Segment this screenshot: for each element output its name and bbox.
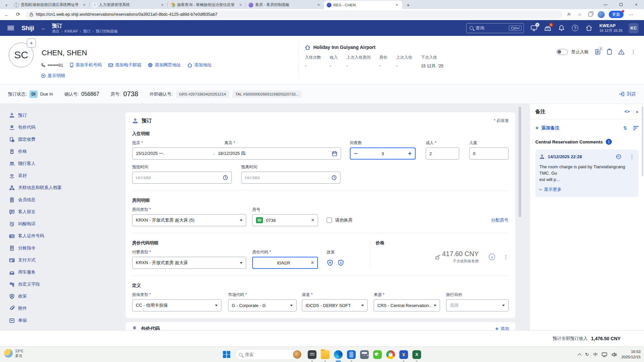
tab-search-button[interactable]: ∨: [2, 1, 11, 9]
property-block[interactable]: KWEAP 15 12月 16:25: [599, 23, 623, 33]
children-input[interactable]: 0: [469, 147, 508, 160]
search-field[interactable]: [476, 25, 509, 31]
add-note-button[interactable]: +添加备注: [535, 125, 559, 131]
read-aloud-icon[interactable]: A⁾: [566, 11, 572, 18]
clipboard-icon[interactable]: [607, 49, 612, 55]
taskbar-weather-widget[interactable]: 13°C 多云: [4, 349, 23, 358]
external-ref-grs[interactable]: GRS #20733634|20251214: [176, 90, 229, 98]
browser-tab-active[interactable]: RES - CHEN ×: [324, 1, 402, 9]
collections-icon[interactable]: [587, 11, 594, 18]
alert-triangle-icon[interactable]: [618, 49, 625, 55]
window-minimize-button[interactable]: —: [598, 0, 613, 9]
etd-input[interactable]: [241, 172, 340, 184]
add-guest-photo-button[interactable]: +: [27, 39, 36, 48]
sidebar-item-package-code[interactable]: 包价代码: [0, 121, 101, 133]
eta-input[interactable]: [132, 172, 232, 184]
notes-scrollbar[interactable]: [642, 106, 643, 176]
browser-refresh-button[interactable]: ⟳: [13, 10, 23, 19]
tray-expand-icon[interactable]: [578, 353, 581, 357]
taskbar-app-finance[interactable]: ¥: [399, 350, 408, 359]
add-web-link[interactable]: 添加网页地址: [148, 62, 181, 68]
taskbar-app-file-explorer[interactable]: [321, 350, 330, 359]
rate-info-icon[interactable]: i: [489, 254, 495, 260]
adults-input[interactable]: 2: [426, 147, 459, 160]
tray-volume-icon[interactable]: [611, 352, 617, 357]
tab-close-icon[interactable]: ×: [316, 2, 321, 8]
taskbar-app-calculator[interactable]: [360, 350, 369, 359]
hamburger-menu-icon[interactable]: [7, 26, 14, 31]
sort-notes-icon[interactable]: ⇅: [623, 125, 627, 131]
sidebar-item-payment-methods[interactable]: 支付方式: [0, 254, 101, 266]
taskbar-search[interactable]: [235, 349, 304, 360]
help-icon[interactable]: ?: [572, 24, 579, 32]
note-more-menu-icon[interactable]: ⋮: [629, 154, 635, 160]
add-mobile-link[interactable]: 添加手机号码: [70, 62, 102, 68]
breadcrumb-reservation[interactable]: 预订: [83, 29, 91, 34]
new-tab-button[interactable]: +: [404, 1, 412, 9]
sidebar-item-transport[interactable]: 用车服务: [0, 266, 101, 278]
sidebar-item-wakeup-call[interactable]: 叫醒电话: [0, 218, 101, 230]
guest-more-menu-icon[interactable]: ⋮: [631, 49, 636, 55]
favorite-star-icon[interactable]: ☆: [576, 11, 583, 18]
sidebar-item-preferences[interactable]: 喜好: [0, 170, 101, 182]
browser-tab-2[interactable]: S 人力资源管理系统 ×: [90, 1, 168, 9]
ime-language-indicator[interactable]: 中: [593, 352, 597, 358]
assign-room-link[interactable]: 分配房号: [491, 214, 508, 226]
sidebar-item-guest-messages[interactable]: 客人留言: [0, 206, 101, 218]
clock-icon[interactable]: [331, 175, 337, 180]
sidebar-item-accompanying-guests[interactable]: 随行客人: [0, 158, 101, 170]
pay-room-type-select[interactable]: KRXN - 开放式套房 超大床: [132, 257, 246, 269]
tasks-icon[interactable]: 1: [595, 49, 601, 55]
show-more-link[interactable]: 显示更多: [539, 186, 635, 192]
browser-tab-4[interactable]: 客房 - 客房控制面板 ×: [246, 1, 324, 9]
deposit-policy-shield-icon[interactable]: $: [337, 259, 344, 266]
clear-rate-code-icon[interactable]: ×: [311, 260, 314, 266]
main-scrollbar[interactable]: [519, 107, 521, 217]
taskbar-app-notepad[interactable]: [308, 350, 317, 359]
source-select[interactable]: CRS - Central Reservation...: [374, 299, 440, 311]
sidebar-item-linked-profiles[interactable]: 关联信息和联系人档案: [0, 182, 101, 194]
sidebar-item-membership[interactable]: 会员信息: [0, 194, 101, 206]
browser-profile-avatar[interactable]: [598, 11, 605, 18]
room-number-input[interactable]: IN 0738 ×: [252, 214, 318, 226]
browser-menu-icon[interactable]: ⋯: [628, 11, 634, 18]
breadcrumb-property[interactable]: KWEAP: [64, 29, 78, 34]
sidebar-item-fixed-charges[interactable]: 固定收费: [0, 133, 101, 145]
guarantee-select[interactable]: CC - 信用卡担保: [132, 299, 221, 311]
window-close-button[interactable]: ×: [629, 0, 644, 9]
browser-tab-3[interactable]: 旅客查询 - 紫楠旅馆业治安信息管 ×: [168, 1, 246, 9]
calendar-icon[interactable]: [332, 151, 337, 157]
clear-room-icon[interactable]: ×: [311, 217, 314, 223]
sidebar-item-guest-id[interactable]: 客人证件号码: [0, 230, 101, 242]
taskbar-app-phone[interactable]: [347, 350, 356, 359]
clock-icon[interactable]: [223, 175, 228, 180]
tray-sync-icon[interactable]: ↻: [585, 352, 589, 357]
note-history-icon[interactable]: [616, 154, 622, 160]
back-arrow-icon[interactable]: ←: [41, 25, 47, 32]
sidebar-item-price[interactable]: 价格: [0, 145, 101, 158]
travel-purpose-select[interactable]: 选择: [446, 299, 508, 311]
workstation-icon[interactable]: x: [530, 24, 538, 32]
notifications-bell-icon[interactable]: [558, 24, 565, 32]
taskbar-clock[interactable]: 16:53 2025/12/15: [621, 349, 641, 360]
url-field[interactable]: https://cn1.web.ep.shiji.world/reservati…: [25, 10, 562, 19]
note-card[interactable]: 14/12/2025 22:28 ⋮ The room charge is pa…: [535, 149, 639, 197]
breadcrumb-hotel[interactable]: 酒店: [52, 29, 59, 34]
cashier-icon[interactable]: 🔒: [544, 24, 551, 32]
tray-display-icon[interactable]: [602, 352, 607, 357]
sidebar-item-routing[interactable]: 分账指令: [0, 242, 101, 254]
tab-close-icon[interactable]: ×: [160, 2, 165, 8]
browser-update-button[interactable]: 更新: [609, 11, 624, 18]
tab-close-icon[interactable]: ×: [82, 2, 87, 8]
room-type-select[interactable]: KRXN - 开放式套房 超大床 (5): [132, 214, 246, 226]
taskbar-app-excel[interactable]: X: [413, 350, 421, 359]
market-code-select[interactable]: G - Corporate - G: [228, 299, 297, 311]
nights-stepper[interactable]: − 3 +: [350, 147, 416, 160]
global-search-input[interactable]: Ctrl+/: [466, 23, 524, 33]
no-move-checkbox-row[interactable]: 请勿换房: [327, 214, 353, 226]
add-email-link[interactable]: 添加电子邮箱: [108, 62, 141, 68]
date-range-input[interactable]: 15/12/2025 一. - 18/12/2025 四.: [132, 147, 341, 160]
show-details-link[interactable]: 显示明细: [41, 73, 65, 79]
channel-select[interactable]: IDCDS - DERBY SOFT: [302, 299, 368, 311]
no-post-toggle[interactable]: [556, 49, 568, 55]
